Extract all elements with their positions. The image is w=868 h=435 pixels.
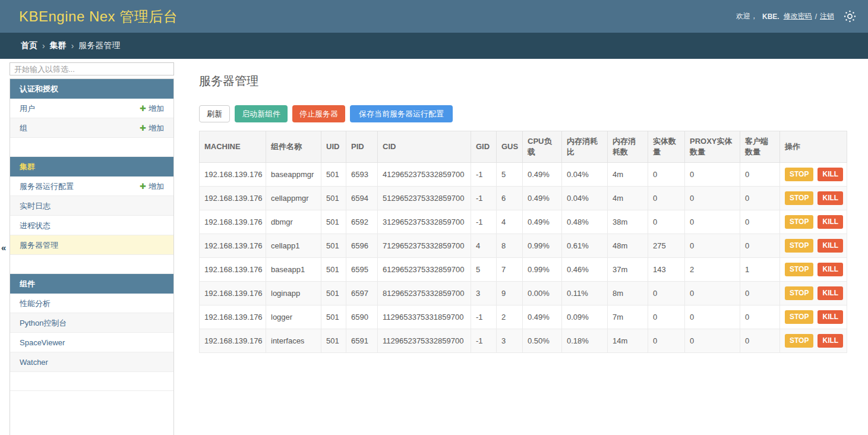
sidebar-item-realtime-logs[interactable]: 实时日志 — [10, 196, 173, 216]
kill-button[interactable]: KILL — [818, 263, 843, 276]
add-label: 增加 — [149, 123, 164, 133]
kill-button[interactable]: KILL — [818, 286, 843, 300]
cell-component-name: cellapp1 — [266, 234, 321, 258]
cell-clients: 0 — [740, 329, 780, 353]
add-label: 增加 — [149, 181, 164, 191]
cell-component-name: dbmgr — [266, 210, 321, 234]
cell-gid: -1 — [471, 163, 497, 187]
breadcrumb-home[interactable]: 首页 — [21, 40, 37, 51]
cell-pid: 6590 — [346, 305, 378, 329]
col-proxy-entities: PROXY实体数量 — [685, 131, 740, 163]
change-password-link[interactable]: 修改密码 — [784, 11, 812, 21]
cell-cid: 4129652375332859700 — [378, 163, 471, 187]
app-title: KBEngine Nex 管理后台 — [19, 7, 178, 26]
sidebar-item-profiling[interactable]: 性能分析 — [10, 294, 173, 313]
kill-button[interactable]: KILL — [818, 310, 843, 324]
logout-link[interactable]: 注销 — [820, 11, 834, 21]
sidebar-item-python-console[interactable]: Python控制台 — [10, 313, 173, 333]
cell-gus: 2 — [497, 305, 523, 329]
breadcrumb-current: 服务器管理 — [78, 40, 120, 51]
breadcrumb-cluster[interactable]: 集群 — [50, 40, 67, 51]
cell-gus: 6 — [497, 187, 523, 210]
cell-gus: 4 — [497, 210, 523, 234]
add-link[interactable]: ✚增加 — [140, 181, 164, 191]
cell-cid: 1129652375332859700 — [378, 329, 471, 353]
sidebar-collapse-icon[interactable]: « — [1, 242, 6, 253]
sidebar-filter-input[interactable] — [10, 62, 174, 75]
kill-button[interactable]: KILL — [818, 215, 843, 229]
col-pid: PID — [346, 131, 378, 163]
cell-actions: STOPKILL — [780, 329, 847, 353]
sidebar-spacer — [10, 138, 173, 157]
cell-mem-amount: 37m — [608, 258, 648, 282]
sidebar-item-server-management[interactable]: 服务器管理 — [10, 235, 173, 255]
tool-separator: / — [815, 12, 817, 21]
stop-button[interactable]: STOP — [785, 310, 813, 324]
cell-mem-amount: 4m — [608, 163, 648, 187]
cell-pid: 6595 — [346, 258, 378, 282]
cell-gus: 8 — [497, 234, 523, 258]
cell-mem-ratio: 0.18% — [562, 329, 608, 353]
stop-button[interactable]: STOP — [785, 334, 813, 348]
stop-button[interactable]: STOP — [785, 239, 813, 253]
cell-machine: 192.168.139.176 — [200, 234, 266, 258]
welcome-text: 欢迎， — [736, 11, 757, 21]
kill-button[interactable]: KILL — [818, 168, 843, 181]
table-row: 192.168.139.176dbmgr50165923129652375332… — [200, 210, 847, 234]
add-link[interactable]: ✚增加 — [140, 123, 164, 133]
cell-mem-amount: 7m — [608, 305, 648, 329]
sidebar-item-groups[interactable]: 组✚增加 — [10, 118, 173, 138]
cell-component-name: baseappmgr — [266, 163, 321, 187]
stop-server-button[interactable]: 停止服务器 — [292, 105, 345, 122]
stop-button[interactable]: STOP — [785, 168, 813, 181]
add-link[interactable]: ✚增加 — [140, 103, 164, 114]
save-run-config-button[interactable]: 保存当前服务器运行配置 — [350, 105, 453, 122]
sidebar-item-users[interactable]: 用户✚增加 — [10, 99, 173, 118]
sidebar-item-label: 进程状态 — [20, 220, 50, 231]
cell-machine: 192.168.139.176 — [200, 210, 266, 234]
kill-button[interactable]: KILL — [818, 191, 843, 205]
stop-button[interactable]: STOP — [785, 263, 813, 276]
cell-mem-ratio: 0.04% — [562, 187, 608, 210]
kill-button[interactable]: KILL — [818, 334, 843, 348]
stop-button[interactable]: STOP — [785, 286, 813, 300]
cell-actions: STOPKILL — [780, 163, 847, 187]
cell-cpu-load: 0.49% — [523, 187, 562, 210]
cell-entities: 275 — [648, 234, 685, 258]
cell-actions: STOPKILL — [780, 282, 847, 305]
col-mem-ratio: 内存消耗比 — [562, 131, 608, 163]
cell-gid: 4 — [471, 234, 497, 258]
cell-proxy-entities: 0 — [685, 329, 740, 353]
sidebar-item-label: 用户 — [20, 103, 35, 114]
sidebar-spacer — [10, 372, 173, 391]
cell-cpu-load: 0.00% — [523, 282, 562, 305]
main-content: 服务器管理 刷新 启动新组件 停止服务器 保存当前服务器运行配置 MACHINE… — [199, 73, 847, 353]
cell-uid: 501 — [321, 282, 346, 305]
username: KBE. — [762, 12, 779, 21]
cell-gid: 3 — [471, 282, 497, 305]
stop-button[interactable]: STOP — [785, 215, 813, 229]
sidebar-item-server-run-config[interactable]: 服务器运行配置✚增加 — [10, 176, 173, 196]
cell-pid: 6592 — [346, 210, 378, 234]
cell-cid: 7129652375332859700 — [378, 234, 471, 258]
cell-clients: 0 — [740, 210, 780, 234]
plus-icon: ✚ — [140, 103, 146, 114]
sidebar-item-spaceviewer[interactable]: SpaceViewer — [10, 333, 173, 352]
table-row: 192.168.139.176baseapp150165956129652375… — [200, 258, 847, 282]
sidebar-item-process-status[interactable]: 进程状态 — [10, 216, 173, 235]
cell-uid: 501 — [321, 163, 346, 187]
cell-entities: 0 — [648, 210, 685, 234]
table-row: 192.168.139.176interfaces501659111296523… — [200, 329, 847, 353]
start-new-component-button[interactable]: 启动新组件 — [235, 105, 288, 122]
stop-button[interactable]: STOP — [785, 191, 813, 205]
sidebar-item-watcher[interactable]: Watcher — [10, 352, 173, 372]
cell-entities: 0 — [648, 187, 685, 210]
cell-cid: 6129652375332859700 — [378, 258, 471, 282]
kill-button[interactable]: KILL — [818, 239, 843, 253]
theme-toggle-icon[interactable] — [844, 10, 856, 23]
cell-uid: 501 — [321, 305, 346, 329]
top-header: KBEngine Nex 管理后台 欢迎， KBE. 修改密码 / 注销 — [0, 0, 868, 33]
col-component-name: 组件名称 — [266, 131, 321, 163]
cell-actions: STOPKILL — [780, 234, 847, 258]
refresh-button[interactable]: 刷新 — [199, 105, 230, 122]
